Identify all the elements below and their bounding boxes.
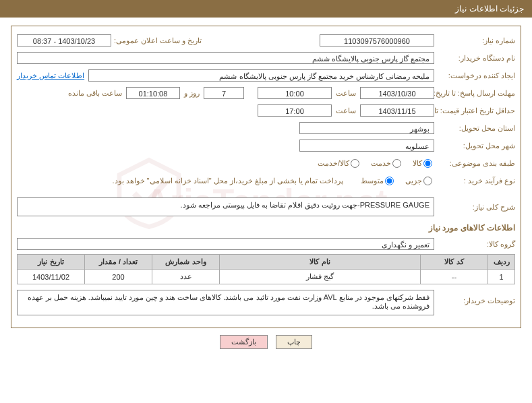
radio-medium-label: متوسط <box>361 177 384 185</box>
buyer-notes-label: توضیحات خریدار: <box>434 290 515 305</box>
cell-name: گیج فشار <box>220 270 421 284</box>
cell-row: 1 <box>488 270 515 284</box>
countdown-value: 01:10:08 <box>126 87 180 99</box>
announce-value: 1403/10/23 - 08:37 <box>17 34 111 46</box>
th-row: ردیف <box>488 255 515 270</box>
validity-date: 1403/11/15 <box>360 104 434 117</box>
button-row: چاپ بازگشت <box>0 335 532 349</box>
page-title: جزئیات اطلاعات نیاز <box>0 0 532 18</box>
radio-service[interactable] <box>392 159 401 168</box>
th-name: نام کالا <box>220 255 421 270</box>
desc-value: PRESSURE GAUGE-جهت روئیت دقیق اقلام تقاض… <box>17 197 434 216</box>
print-button[interactable]: چاپ <box>276 335 312 349</box>
desc-label: شرح کلی نیاز: <box>434 203 515 212</box>
th-code: کد کالا <box>421 255 488 270</box>
radio-medium[interactable] <box>385 177 394 185</box>
process-label: نوع فرآیند خرید : <box>434 177 515 185</box>
buyer-org-value: مجتمع گاز پارس جنوبی پالایشگاه ششم <box>17 52 434 64</box>
cell-code: -- <box>421 270 488 284</box>
table-row: 1 -- گیج فشار عدد 200 1403/11/02 <box>18 270 515 284</box>
days-value: 7 <box>204 87 244 99</box>
group-value: تعمیر و نگهداری <box>17 238 434 250</box>
requester-label: ایجاد کننده درخواست: <box>434 71 515 80</box>
time-label-1: ساعت <box>336 89 356 98</box>
cell-unit: عدد <box>152 270 220 284</box>
province-value: بوشهر <box>299 122 434 134</box>
contact-link[interactable]: اطلاعات تماس خریدار <box>17 71 84 80</box>
radio-small-label: جزیی <box>405 177 422 185</box>
items-table: ردیف کد کالا نام کالا واحد شمارش تعداد /… <box>17 254 515 284</box>
back-button[interactable]: بازگشت <box>220 335 268 349</box>
radio-service-label: خدمت <box>371 159 391 168</box>
days-and-label: روز و <box>184 89 200 98</box>
process-note: پرداخت تمام یا بخشی از مبلغ خرید،از محل … <box>112 177 343 185</box>
city-value: عسلویه <box>299 140 434 152</box>
th-unit: واحد شمارش <box>152 255 220 270</box>
requester-value: ملیحه رمضانی کارشناس خرید مجتمع گاز پارس… <box>88 69 434 82</box>
th-date: تاریخ نیاز <box>18 255 85 270</box>
city-label: شهر محل تحویل: <box>434 142 515 150</box>
cell-date: 1403/11/02 <box>18 270 85 284</box>
table-header-row: ردیف کد کالا نام کالا واحد شمارش تعداد /… <box>18 255 515 270</box>
time-label-2: ساعت <box>336 106 356 115</box>
radio-goods[interactable] <box>423 159 432 168</box>
buyer-org-label: نام دستگاه خریدار: <box>434 54 515 63</box>
validity-label: حداقل تاریخ اعتبار قیمت: تا تاریخ: <box>434 106 515 115</box>
category-label: طبقه بندی موضوعی: <box>434 159 515 168</box>
th-qty: تعداد / مقدار <box>85 255 152 270</box>
deadline-label: مهلت ارسال پاسخ: تا تاریخ: <box>434 89 515 98</box>
radio-goods-label: کالا <box>413 159 422 168</box>
need-no-label: شماره نیاز: <box>434 36 515 45</box>
remaining-label: ساعت باقی مانده <box>68 89 122 98</box>
buyer-notes-value: فقط شرکتهای موجود در منابع AVL وزارت نفت… <box>17 290 434 315</box>
validity-time: 17:00 <box>258 104 332 117</box>
group-label: گروه کالا: <box>434 240 515 249</box>
goods-section-title: اطلاعات کالاهای مورد نیاز <box>17 223 515 232</box>
radio-small[interactable] <box>423 177 432 185</box>
details-panel: شماره نیاز: 1103097576000960 تاریخ و ساع… <box>11 26 521 328</box>
province-label: استان محل تحویل: <box>434 124 515 133</box>
radio-both[interactable] <box>351 159 359 168</box>
radio-both-label: کالا/خدمت <box>318 159 349 168</box>
need-no-value: 1103097576000960 <box>320 34 434 46</box>
announce-label: تاریخ و ساعت اعلان عمومی: <box>111 36 202 45</box>
deadline-date: 1403/10/30 <box>360 87 434 99</box>
cell-qty: 200 <box>85 270 152 284</box>
deadline-time: 10:00 <box>258 87 332 99</box>
